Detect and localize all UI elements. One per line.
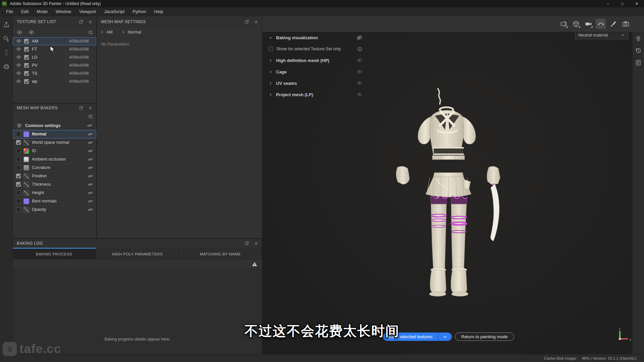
eye-icon[interactable] xyxy=(357,92,362,97)
tab-matching-by-name[interactable]: MATCHING BY NAME xyxy=(179,248,262,259)
menu-python[interactable]: Python xyxy=(128,9,150,14)
baker-row[interactable]: Opacity xyxy=(13,205,96,214)
menu-viewport[interactable]: Viewport xyxy=(75,9,100,14)
sync-visibility-eye-icon[interactable] xyxy=(17,29,22,35)
close-button[interactable]: ✕ xyxy=(630,0,644,7)
texture-set-checkbox[interactable] xyxy=(24,71,29,76)
baker-row[interactable]: Position xyxy=(13,172,96,180)
texture-set-checkbox[interactable] xyxy=(24,79,29,84)
baking-visualization-title-row[interactable]: Baking visualization xyxy=(262,32,366,43)
link-icon[interactable] xyxy=(88,132,93,137)
popout-icon[interactable] xyxy=(79,19,84,24)
link-icon[interactable] xyxy=(88,174,93,179)
filter-icon[interactable] xyxy=(88,30,93,35)
texture-set-row[interactable]: PV 4096x4096 xyxy=(13,61,96,69)
baker-checkbox[interactable] xyxy=(16,174,21,178)
link-icon[interactable] xyxy=(88,190,93,195)
display-settings-icon[interactable] xyxy=(635,35,642,42)
baker-checkbox[interactable] xyxy=(16,132,21,136)
section-project-mesh[interactable]: Project mesh (LP) xyxy=(262,89,366,100)
common-settings-row[interactable]: Common settings xyxy=(13,121,96,130)
link-icon[interactable] xyxy=(88,182,93,187)
swap-mesh-icon[interactable] xyxy=(3,35,10,42)
mesh-display-icon[interactable]: ◢ xyxy=(571,19,581,29)
menu-window[interactable]: Window xyxy=(52,9,75,14)
baker-checkbox[interactable] xyxy=(16,182,21,187)
baker-row[interactable]: ID xyxy=(13,147,96,155)
camera-projection-icon[interactable]: ◢ xyxy=(558,19,569,29)
eye-icon[interactable] xyxy=(16,55,21,60)
breadcrumb-texture-set[interactable]: AM xyxy=(100,30,113,35)
section-uv-seams[interactable]: UV seams xyxy=(262,77,366,89)
texture-set-checkbox[interactable] xyxy=(24,47,29,52)
close-icon[interactable] xyxy=(254,20,258,24)
link-icon[interactable] xyxy=(88,165,93,170)
camera-animation-icon[interactable]: ◢ xyxy=(583,19,593,29)
solo-visibility-eye-icon[interactable] xyxy=(29,29,34,35)
popout-icon[interactable] xyxy=(79,106,84,110)
export-project-icon[interactable] xyxy=(3,21,10,28)
eye-icon[interactable] xyxy=(357,58,362,63)
baker-row[interactable]: Normal xyxy=(13,130,96,138)
baking-mode-icon[interactable] xyxy=(596,19,606,29)
eye-icon[interactable] xyxy=(16,71,21,76)
project-resources-icon[interactable] xyxy=(3,63,10,70)
texture-set-row[interactable]: LG 4096x4096 xyxy=(13,53,96,61)
section-cage[interactable]: Cage xyxy=(262,66,366,77)
tab-baking-process[interactable]: BAKING PROCESS xyxy=(13,248,96,259)
3d-model-clothing[interactable] xyxy=(395,83,502,297)
menu-mode[interactable]: Mode xyxy=(33,9,52,14)
painting-mode-icon[interactable] xyxy=(608,19,618,29)
baker-row[interactable]: Curvature xyxy=(13,164,96,172)
breadcrumb-baker[interactable]: Normal xyxy=(121,30,141,35)
link-icon[interactable] xyxy=(87,123,92,128)
eye-icon[interactable] xyxy=(357,80,362,86)
3d-viewport[interactable]: ◢ ◢ ◢ Neutral material Baking visualizat… xyxy=(262,16,644,354)
close-icon[interactable] xyxy=(88,106,93,110)
show-selected-row[interactable]: Show for selected Texture Set only xyxy=(262,43,366,55)
menu-help[interactable]: Help xyxy=(150,9,167,14)
rendering-mode-icon[interactable] xyxy=(621,19,631,29)
log-icon[interactable] xyxy=(635,59,642,66)
baker-checkbox[interactable] xyxy=(16,140,21,145)
menu-file[interactable]: File xyxy=(2,9,17,14)
maximize-button[interactable]: □ xyxy=(615,0,630,7)
minimize-button[interactable]: – xyxy=(601,0,615,7)
eye-icon[interactable] xyxy=(16,47,21,52)
baker-row[interactable]: World space normal xyxy=(13,138,96,147)
eye-icon[interactable] xyxy=(357,69,362,74)
history-icon[interactable] xyxy=(635,47,642,54)
baker-row[interactable]: Thickness xyxy=(13,180,96,189)
menu-edit[interactable]: Edit xyxy=(17,9,33,14)
texture-set-row[interactable]: AM 4096x4096 xyxy=(13,37,96,45)
texture-set-checkbox[interactable] xyxy=(24,39,29,44)
eye-icon[interactable] xyxy=(16,63,21,68)
link-icon[interactable] xyxy=(88,140,93,145)
link-icon[interactable] xyxy=(88,148,93,154)
tab-high-poly-parameters[interactable]: HIGH POLY PARAMETERS xyxy=(96,248,179,259)
baker-checkbox[interactable] xyxy=(16,207,21,212)
baker-row[interactable]: Height xyxy=(13,189,96,197)
close-icon[interactable] xyxy=(254,241,258,246)
popout-icon[interactable] xyxy=(245,19,249,24)
baker-checkbox[interactable] xyxy=(16,190,21,195)
eye-off-icon[interactable] xyxy=(357,35,362,41)
warning-icon[interactable] xyxy=(252,261,257,267)
menu-javascript[interactable]: JavaScript xyxy=(100,9,128,14)
popout-icon[interactable] xyxy=(245,241,249,246)
material-selector-dropdown[interactable]: Neutral material xyxy=(575,31,628,39)
texture-set-row[interactable]: TS 4096x4096 xyxy=(13,69,96,77)
info-icon[interactable] xyxy=(357,47,362,52)
baker-row[interactable]: Bent normals xyxy=(13,197,96,205)
link-icon[interactable] xyxy=(88,199,93,204)
section-high-definition-mesh[interactable]: High definition mesh (HP) xyxy=(262,55,366,66)
eye-icon[interactable] xyxy=(16,79,21,84)
baker-row[interactable]: Ambient occlusion xyxy=(13,155,96,164)
link-icon[interactable] xyxy=(88,157,93,162)
filter-icon[interactable] xyxy=(88,114,93,119)
baker-checkbox[interactable] xyxy=(16,165,21,170)
texture-set-checkbox[interactable] xyxy=(24,55,29,60)
eye-icon[interactable] xyxy=(16,39,21,44)
texture-set-row[interactable]: wp 4096x4096 xyxy=(13,77,96,85)
baker-checkbox[interactable] xyxy=(16,148,21,153)
